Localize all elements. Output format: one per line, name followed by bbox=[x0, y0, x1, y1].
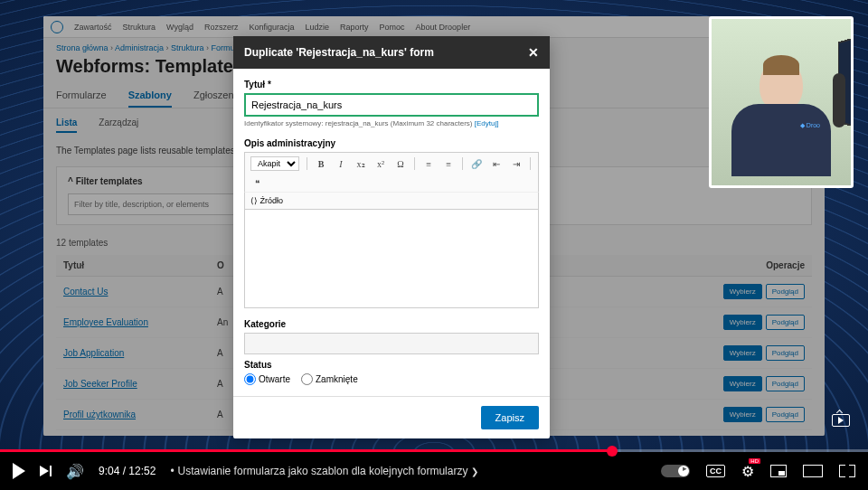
editor-toolbar: Akapit B I x₂ x² Ω ≡ ≡ 🔗 ⇤ ⇥ ❝ bbox=[244, 152, 539, 192]
admin-menu-item[interactable]: Ludzie bbox=[306, 23, 330, 32]
admin-menu-item[interactable]: Pomoc bbox=[380, 23, 405, 32]
duplicate-form-modal: Duplicate 'Rejestracja_na_kurs' form ✕ T… bbox=[233, 36, 550, 438]
preview-button[interactable]: Podgląd bbox=[766, 407, 805, 422]
subtab-list[interactable]: Lista bbox=[56, 114, 77, 133]
description-editor[interactable] bbox=[244, 209, 539, 308]
chevron-right-icon: ❯ bbox=[471, 466, 478, 476]
drupal-logo-icon bbox=[51, 21, 63, 33]
hd-badge: HD bbox=[749, 458, 760, 464]
col-title: Tytuł bbox=[63, 260, 217, 270]
link-icon[interactable]: 🔗 bbox=[470, 159, 483, 169]
tab-forms[interactable]: Formularze bbox=[56, 84, 107, 108]
settings-icon[interactable]: ⚙HD bbox=[741, 463, 754, 480]
description-label: Opis administracyjny bbox=[244, 138, 539, 148]
breadcrumb-link[interactable]: Strona główna bbox=[56, 43, 108, 52]
status-closed-radio[interactable]: Zamknięte bbox=[301, 373, 358, 385]
machine-name-hint: Identyfikator systemowy: rejestracja_na_… bbox=[244, 119, 539, 127]
captions-icon[interactable]: CC bbox=[706, 465, 725, 477]
time-display: 9:04 / 12:52 bbox=[99, 465, 156, 477]
admin-toolbar: Zawartość Struktura Wygląd Rozszerz Konf… bbox=[43, 16, 825, 38]
subscript-icon[interactable]: x₂ bbox=[354, 159, 367, 169]
tab-templates[interactable]: Szablony bbox=[128, 84, 172, 108]
title-input[interactable] bbox=[244, 93, 539, 117]
italic-icon[interactable]: I bbox=[335, 159, 347, 169]
play-icon[interactable] bbox=[13, 463, 25, 479]
preview-button[interactable]: Podgląd bbox=[766, 376, 805, 391]
modal-title: Duplicate 'Rejestracja_na_kurs' form bbox=[244, 46, 434, 59]
status-open-radio[interactable]: Otwarte bbox=[244, 373, 290, 385]
select-button[interactable]: Wybierz bbox=[723, 407, 762, 422]
admin-menu-item[interactable]: Wygląd bbox=[166, 23, 193, 32]
admin-menu-item[interactable]: Zawartość bbox=[74, 23, 112, 32]
superscript-icon[interactable]: x² bbox=[374, 159, 387, 169]
source-toggle[interactable]: ⟨⟩ Źródło bbox=[244, 192, 539, 209]
status-label: Status bbox=[244, 360, 539, 370]
row-title[interactable]: Employee Evaluation bbox=[63, 317, 217, 327]
edit-link[interactable]: [Edytuj] bbox=[475, 119, 499, 127]
select-button[interactable]: Wybierz bbox=[723, 345, 762, 361]
outdent-icon[interactable]: ⇥ bbox=[510, 159, 523, 169]
admin-menu-item[interactable]: About Droopler bbox=[416, 23, 471, 32]
admin-menu-item[interactable]: Rozszerz bbox=[204, 23, 239, 32]
row-title[interactable]: Profil użytkownika bbox=[63, 410, 217, 419]
select-button[interactable]: Wybierz bbox=[723, 315, 762, 330]
next-icon[interactable] bbox=[40, 466, 52, 476]
theater-icon[interactable] bbox=[803, 465, 823, 477]
watch-on-tv-icon[interactable] bbox=[832, 414, 850, 427]
fullscreen-icon[interactable] bbox=[839, 465, 855, 477]
bold-icon[interactable]: B bbox=[315, 159, 327, 169]
omega-icon[interactable]: Ω bbox=[394, 159, 407, 169]
close-icon[interactable]: ✕ bbox=[528, 45, 539, 60]
subtab-manage[interactable]: Zarządzaj bbox=[99, 114, 138, 133]
player-controls: 🔊 9:04 / 12:52 • Ustawianie formularza j… bbox=[0, 452, 868, 490]
row-title[interactable]: Contact Us bbox=[63, 287, 217, 297]
save-button[interactable]: Zapisz bbox=[481, 406, 539, 429]
bullet-list-icon[interactable]: ≡ bbox=[422, 159, 435, 169]
breadcrumb-link[interactable]: Struktura bbox=[171, 43, 204, 52]
chapter-title[interactable]: • Ustawianie formularza jako szablon dla… bbox=[170, 465, 478, 477]
categories-label: Kategorie bbox=[244, 319, 539, 329]
preview-button[interactable]: Podgląd bbox=[766, 315, 805, 330]
col-ops: Operacje bbox=[696, 260, 805, 270]
breadcrumb-link[interactable]: Administracja bbox=[115, 43, 164, 52]
presenter-webcam: ◆ Droo bbox=[709, 16, 854, 188]
volume-icon[interactable]: 🔊 bbox=[66, 463, 84, 480]
categories-input[interactable] bbox=[244, 333, 539, 354]
select-button[interactable]: Wybierz bbox=[723, 376, 762, 391]
select-button[interactable]: Wybierz bbox=[723, 284, 762, 299]
preview-button[interactable]: Podgląd bbox=[766, 284, 805, 299]
title-label: Tytuł bbox=[244, 80, 539, 90]
row-title[interactable]: Job Seeker Profile bbox=[63, 379, 217, 389]
autoplay-toggle[interactable] bbox=[661, 465, 690, 477]
number-list-icon[interactable]: ≡ bbox=[442, 159, 455, 169]
format-select[interactable]: Akapit bbox=[250, 156, 299, 171]
admin-menu-item[interactable]: Konfiguracja bbox=[249, 23, 294, 32]
quote-icon[interactable]: ❝ bbox=[250, 178, 263, 188]
row-title[interactable]: Job Application bbox=[63, 348, 217, 358]
admin-menu-item[interactable]: Struktura bbox=[123, 23, 156, 32]
preview-button[interactable]: Podgląd bbox=[766, 345, 805, 361]
indent-icon[interactable]: ⇤ bbox=[490, 159, 503, 169]
microphone-icon bbox=[833, 73, 845, 127]
admin-menu-item[interactable]: Raporty bbox=[340, 23, 369, 32]
filter-input[interactable] bbox=[68, 193, 249, 215]
miniplayer-icon[interactable] bbox=[770, 465, 787, 477]
